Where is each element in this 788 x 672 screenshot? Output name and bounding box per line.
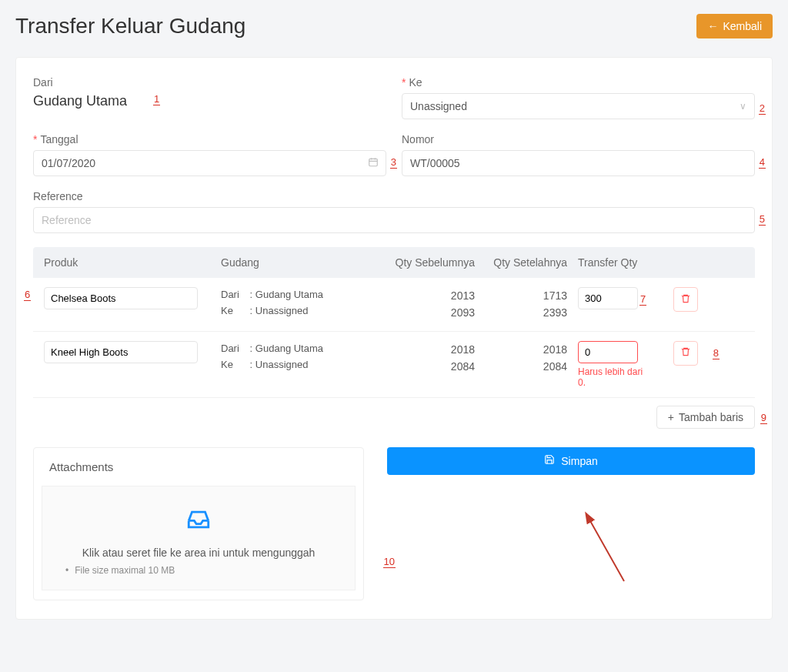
gudang-to-label: Ke bbox=[221, 303, 247, 319]
annotation-marker: 4 bbox=[759, 156, 766, 169]
number-label: Nomor bbox=[402, 133, 755, 145]
gudang-to-label: Ke bbox=[221, 357, 247, 373]
gudang-from-label: Dari bbox=[221, 341, 247, 357]
col-head-transfer-qty: Transfer Qty bbox=[567, 256, 652, 269]
reference-label: Reference bbox=[33, 190, 755, 202]
reference-input[interactable] bbox=[33, 207, 755, 233]
inbox-icon bbox=[55, 507, 342, 539]
annotation-marker: 2 bbox=[759, 102, 766, 115]
save-button[interactable]: Simpan bbox=[387, 447, 755, 475]
from-value: Gudang Utama bbox=[33, 93, 386, 109]
annotation-marker: 3 bbox=[390, 156, 397, 169]
date-input[interactable] bbox=[33, 150, 386, 176]
qty-before-to: 2084 bbox=[382, 358, 475, 375]
arrow-left-icon: ← bbox=[707, 20, 718, 32]
add-row-button[interactable]: + Tambah baris bbox=[656, 406, 755, 429]
form-card: Dari Gudang Utama 1 Ke Unassigned ∨ 2 Ta… bbox=[15, 57, 773, 620]
qty-after-to: 2084 bbox=[475, 358, 567, 375]
qty-after-from: 1713 bbox=[475, 287, 567, 304]
gudang-from-label: Dari bbox=[221, 287, 247, 303]
table-header: Produk Gudang Qty Sebelumnya Qty Setelah… bbox=[33, 247, 755, 278]
annotation-marker: 6 bbox=[24, 289, 31, 301]
trash-icon bbox=[680, 293, 691, 306]
page-title: Transfer Keluar Gudang bbox=[15, 14, 245, 38]
to-select[interactable]: Unassigned ∨ bbox=[402, 93, 755, 119]
attachments-title: Attachments bbox=[34, 448, 363, 486]
product-input[interactable] bbox=[44, 287, 198, 309]
upload-note: File size maximal 10 MB bbox=[55, 565, 342, 576]
gudang-to-value: Unassigned bbox=[255, 305, 309, 316]
back-button[interactable]: ← Kembali bbox=[696, 14, 773, 38]
to-label: Ke bbox=[402, 76, 755, 89]
col-head-gudang: Gudang bbox=[221, 256, 382, 269]
annotation-marker: 7 bbox=[639, 293, 646, 306]
upload-dropzone[interactable]: Klik atau seret file ke area ini untuk m… bbox=[42, 486, 356, 590]
delete-row-button[interactable] bbox=[673, 341, 698, 366]
from-label: Dari bbox=[33, 76, 386, 89]
annotation-marker: 10 bbox=[383, 556, 396, 568]
col-head-qty-setelahnya: Qty Setelahnya bbox=[475, 256, 567, 269]
transfer-qty-error: Harus lebih dari 0. bbox=[578, 366, 652, 388]
date-label: Tanggal bbox=[33, 133, 386, 145]
qty-before-to: 2093 bbox=[382, 304, 475, 321]
number-input[interactable] bbox=[402, 150, 755, 176]
add-row-label: Tambah baris bbox=[679, 411, 743, 423]
qty-after-from: 2018 bbox=[475, 341, 567, 358]
qty-before-from: 2013 bbox=[382, 287, 475, 304]
annotation-marker: 8 bbox=[713, 347, 720, 359]
col-head-qty-sebelumnya: Qty Sebelumnya bbox=[382, 256, 475, 269]
annotation-marker: 5 bbox=[759, 213, 766, 226]
trash-icon bbox=[680, 346, 691, 359]
transfer-qty-input[interactable] bbox=[578, 341, 638, 363]
product-input[interactable] bbox=[44, 341, 198, 363]
qty-before-from: 2018 bbox=[382, 341, 475, 358]
chevron-down-icon: ∨ bbox=[740, 101, 746, 112]
save-icon bbox=[544, 454, 555, 467]
delete-row-button[interactable] bbox=[673, 287, 698, 312]
gudang-from-value: Gudang Utama bbox=[255, 289, 323, 300]
attachments-panel: Attachments Klik atau seret file ke area… bbox=[33, 447, 364, 600]
table-row: Dari : Gudang Utama Ke : Unassigned 2018… bbox=[33, 332, 755, 398]
qty-after-to: 2393 bbox=[475, 304, 567, 321]
col-head-produk: Produk bbox=[44, 256, 221, 269]
annotation-marker: 9 bbox=[760, 412, 767, 424]
save-button-label: Simpan bbox=[561, 455, 597, 467]
transfer-qty-input[interactable] bbox=[578, 287, 638, 309]
to-select-value: Unassigned bbox=[410, 100, 467, 112]
table-row: 6 Dari : Gudang Utama Ke : Unassigned 20… bbox=[33, 278, 755, 332]
back-button-label: Kembali bbox=[723, 20, 762, 32]
upload-instruction: Klik atau seret file ke area ini untuk m… bbox=[55, 547, 342, 559]
gudang-from-value: Gudang Utama bbox=[255, 343, 323, 354]
gudang-to-value: Unassigned bbox=[255, 359, 309, 370]
plus-icon: + bbox=[668, 411, 674, 423]
